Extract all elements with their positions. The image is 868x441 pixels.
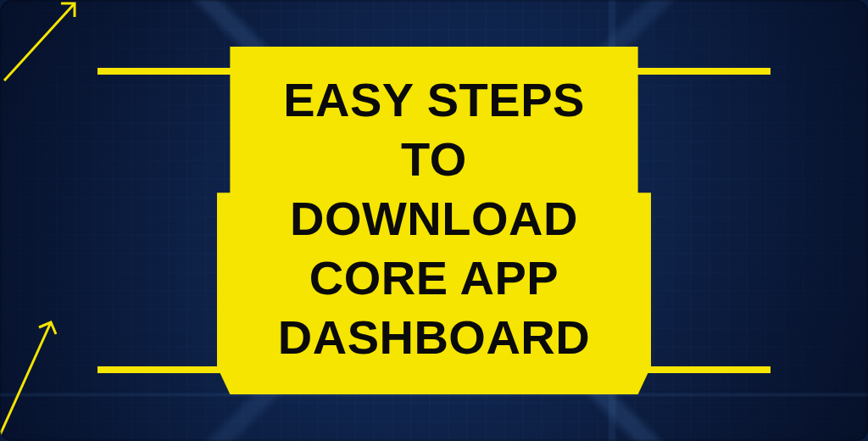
title-block: EASY STEPS TO DOWNLOAD CORE APP DASHBOAR… bbox=[217, 47, 651, 394]
title-background: EASY STEPS TO DOWNLOAD CORE APP DASHBOAR… bbox=[217, 47, 651, 394]
arrow-up-icon bbox=[0, 305, 110, 441]
divider-bottom bbox=[97, 366, 771, 373]
banner-frame: EASY STEPS TO DOWNLOAD CORE APP DASHBOAR… bbox=[0, 0, 868, 441]
svg-line-1 bbox=[0, 322, 51, 441]
svg-line-0 bbox=[4, 3, 75, 81]
arrow-up-icon bbox=[0, 0, 93, 85]
banner-title: EASY STEPS TO DOWNLOAD CORE APP DASHBOAR… bbox=[258, 70, 610, 367]
